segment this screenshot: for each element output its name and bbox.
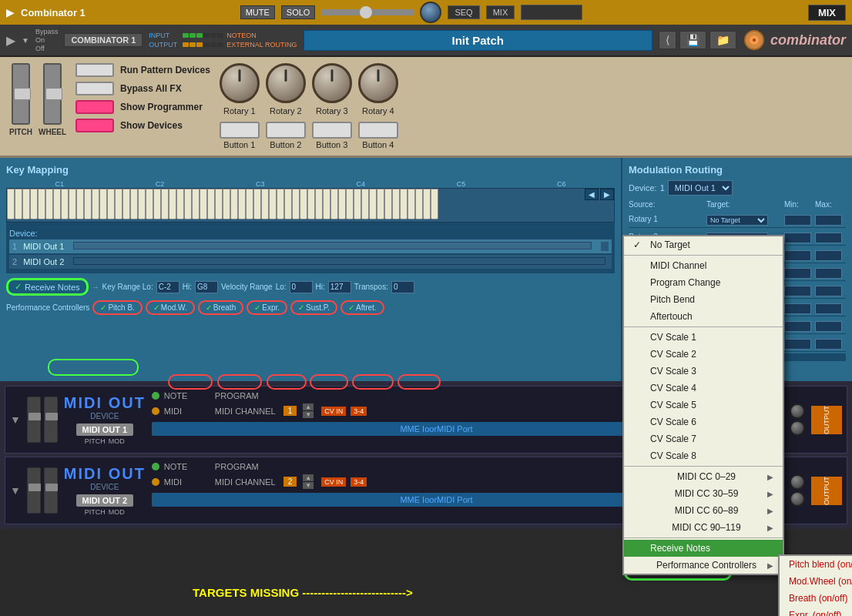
piano-white-key[interactable] bbox=[53, 189, 61, 219]
channel-up-1[interactable]: ▲ bbox=[303, 403, 314, 410]
piano-white-key[interactable] bbox=[431, 189, 438, 219]
midi-mod-slider-2[interactable] bbox=[44, 467, 58, 514]
piano-white-key[interactable] bbox=[408, 189, 415, 219]
piano-white-key[interactable] bbox=[192, 189, 200, 219]
keyboard-visual[interactable]: ◀▶ bbox=[6, 188, 615, 223]
mute-button[interactable]: MUTE bbox=[240, 5, 275, 19]
piano-white-key[interactable] bbox=[253, 189, 261, 219]
piano-white-key[interactable] bbox=[354, 189, 361, 219]
patch-save-button[interactable]: 💾 bbox=[679, 31, 706, 49]
keyboard-right-arrow[interactable]: ▶ bbox=[600, 189, 614, 200]
piano-white-key[interactable] bbox=[15, 189, 22, 219]
panel-button-4[interactable] bbox=[358, 122, 398, 139]
piano-white-key[interactable] bbox=[392, 189, 400, 219]
piano-white-key[interactable] bbox=[169, 189, 176, 219]
piano-white-key[interactable] bbox=[30, 189, 38, 219]
piano-white-key[interactable] bbox=[246, 189, 253, 219]
mod-max-input-8[interactable] bbox=[815, 339, 842, 350]
piano-white-key[interactable] bbox=[261, 189, 269, 219]
cv2-knob-1[interactable] bbox=[790, 420, 805, 436]
device-item-1[interactable]: 1 MIDI Out 1 bbox=[9, 239, 612, 253]
piano-white-key[interactable] bbox=[223, 189, 230, 219]
dropdown-cv-scale-6[interactable]: CV Scale 6 bbox=[624, 413, 783, 430]
piano-white-key[interactable] bbox=[307, 189, 315, 219]
mod-device-select[interactable]: MIDI Out 1 MIDI Out 2 bbox=[668, 180, 733, 196]
solo-button[interactable]: SOLO bbox=[281, 5, 316, 19]
rotary-1-knob[interactable] bbox=[220, 63, 260, 103]
piano-white-key[interactable] bbox=[115, 189, 122, 219]
mod-max-input-4[interactable] bbox=[815, 268, 842, 279]
piano-white-key[interactable] bbox=[176, 189, 184, 219]
piano-white-key[interactable] bbox=[92, 189, 99, 219]
cv1-knob-1[interactable] bbox=[790, 403, 805, 419]
key-range-hi-input[interactable] bbox=[195, 281, 218, 293]
expand-arrow[interactable]: ▶ bbox=[6, 33, 15, 48]
piano-white-key[interactable] bbox=[423, 189, 431, 219]
play-icon[interactable]: ▶ bbox=[6, 6, 15, 18]
fader-knob[interactable] bbox=[360, 6, 372, 18]
receive-notes-button[interactable]: ✓ Receive Notes bbox=[6, 278, 89, 296]
mod-min-input-4[interactable] bbox=[784, 268, 811, 279]
mod-target-select-1[interactable]: No Target MIDI Channel Receive Notes bbox=[706, 215, 768, 226]
patch-prev-button[interactable]: ⟨ bbox=[659, 31, 676, 49]
dropdown-pitch-bend[interactable]: Pitch Bend bbox=[624, 291, 783, 308]
piano-white-key[interactable] bbox=[377, 189, 384, 219]
channel-down-1[interactable]: ▼ bbox=[303, 411, 314, 418]
pitch-slider-knob[interactable] bbox=[14, 88, 31, 100]
dropdown-midi-cc-30-59[interactable]: MIDI CC 30–59 ▶ bbox=[624, 485, 783, 502]
mod-min-input-8[interactable] bbox=[784, 339, 811, 350]
channel-up-2[interactable]: ▲ bbox=[303, 474, 314, 481]
cv2-knob-2[interactable] bbox=[790, 491, 805, 507]
piano-white-key[interactable] bbox=[22, 189, 30, 219]
submenu-pitch-blend[interactable]: Pitch blend (on/off) bbox=[780, 556, 852, 573]
dropdown-cv-scale-7[interactable]: CV Scale 7 bbox=[624, 430, 783, 447]
midi-pitch-knob-2[interactable] bbox=[29, 484, 41, 491]
piano-white-key[interactable] bbox=[107, 189, 115, 219]
mix-button[interactable]: MIX bbox=[486, 5, 515, 19]
piano-white-key[interactable] bbox=[269, 189, 277, 219]
rotary-3-knob[interactable] bbox=[312, 63, 352, 103]
submenu-mod-wheel[interactable]: Mod.Wheel (on/off) bbox=[780, 573, 852, 590]
piano-white-key[interactable] bbox=[84, 189, 92, 219]
dropdown-receive-notes[interactable]: Receive Notes bbox=[624, 540, 783, 557]
piano-white-key[interactable] bbox=[338, 189, 346, 219]
mod-min-input-5[interactable] bbox=[784, 286, 811, 296]
dropdown-performance-controllers[interactable]: Performance Controllers ▶ bbox=[624, 557, 783, 574]
device-scroll[interactable] bbox=[601, 242, 609, 251]
mod-max-input-1[interactable] bbox=[815, 215, 842, 226]
rotary-2-knob[interactable] bbox=[266, 63, 306, 103]
piano-white-key[interactable] bbox=[415, 189, 423, 219]
mod-min-input-3[interactable] bbox=[784, 250, 811, 261]
bypass-all-fx-checkbox[interactable] bbox=[75, 82, 114, 95]
dropdown-midi-cc-60-89[interactable]: MIDI CC 60–89 ▶ bbox=[624, 502, 783, 519]
patch-folder-button[interactable]: 📁 bbox=[709, 31, 736, 49]
midi-device-1-collapse[interactable]: ▼ bbox=[10, 413, 21, 426]
piano-white-key[interactable] bbox=[346, 189, 354, 219]
mod-max-input-5[interactable] bbox=[815, 286, 842, 296]
device-item-2[interactable]: 2 MIDI Out 2 bbox=[9, 255, 612, 269]
piano-white-key[interactable] bbox=[130, 189, 138, 219]
piano-white-key[interactable] bbox=[277, 189, 284, 219]
piano-white-key[interactable] bbox=[153, 189, 161, 219]
piano-white-key[interactable] bbox=[207, 189, 215, 219]
piano-white-key[interactable] bbox=[38, 189, 45, 219]
mod-max-input-6[interactable] bbox=[815, 303, 842, 314]
midi-pitch-slider-1[interactable] bbox=[27, 397, 41, 443]
piano-white-key[interactable] bbox=[138, 189, 146, 219]
midi-pitch-knob-1[interactable] bbox=[29, 413, 41, 420]
piano-white-key[interactable] bbox=[292, 189, 300, 219]
run-pattern-checkbox[interactable] bbox=[75, 63, 114, 77]
channel-value-2[interactable]: 2 bbox=[283, 477, 297, 487]
piano-white-key[interactable] bbox=[99, 189, 107, 219]
dropdown-cv-scale-1[interactable]: CV Scale 1 bbox=[624, 329, 783, 346]
sust-perf[interactable]: ✓ Sust.P. bbox=[290, 300, 337, 315]
piano-white-key[interactable] bbox=[61, 189, 69, 219]
show-programmer-toggle[interactable] bbox=[75, 100, 114, 114]
mod-wheel-perf[interactable]: ✓ Mod.W. bbox=[146, 300, 195, 315]
mod-max-input-2[interactable] bbox=[815, 233, 842, 243]
piano-white-key[interactable] bbox=[146, 189, 153, 219]
piano-white-key[interactable] bbox=[300, 189, 307, 219]
piano-white-key[interactable] bbox=[215, 189, 223, 219]
wheel-slider-knob[interactable] bbox=[45, 88, 62, 100]
piano-white-key[interactable] bbox=[184, 189, 192, 219]
